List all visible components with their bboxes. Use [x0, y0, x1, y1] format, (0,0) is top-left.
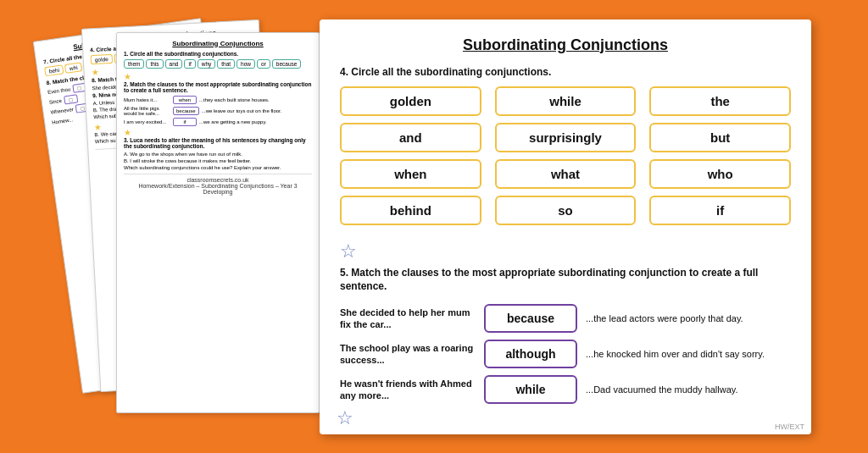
- section4-label: 4. Circle all the subordinating conjunct…: [340, 66, 791, 78]
- card-front-q3b: Which subordinating conjunctions could h…: [124, 165, 312, 170]
- star-icon-front2: ★: [124, 128, 131, 137]
- star-icon-bottom: ☆: [337, 407, 353, 428]
- mini-word: behi: [44, 64, 64, 76]
- word-box-the: the: [649, 86, 791, 116]
- word-box-surprisingly: surprisingly: [495, 123, 637, 152]
- star-icon-section5: ☆: [340, 240, 357, 262]
- matching-rows: She decided to help her mum fix the car.…: [340, 304, 791, 404]
- card-front-q1: 1. Circle all the subordinating conjunct…: [124, 51, 312, 57]
- match-result-1: ...the lead actors were poorly that day.: [586, 312, 791, 324]
- word-box-and: and: [340, 123, 481, 152]
- worksheet-front: Subordinating Conjunctions 1. Circle all…: [116, 32, 320, 413]
- word-box-when: when: [340, 159, 481, 189]
- card-front-title: Subordinating Conjunctions: [124, 40, 312, 47]
- word-box-golden: golden: [340, 86, 481, 116]
- worksheets-stack: Subordinating Conjunctions 7. Circle all…: [57, 19, 328, 434]
- main-worksheet: Subordinating Conjunctions 4. Circle all…: [320, 19, 811, 434]
- mini-word: that: [217, 59, 235, 69]
- mini-word: why: [198, 59, 216, 69]
- match-conj-because: because: [484, 304, 577, 333]
- mini-word: golde: [91, 53, 113, 64]
- match-result-3: ...Dad vacuumed the muddy hallway.: [586, 384, 791, 395]
- match-row-2: The school play was a roaring success...…: [340, 340, 791, 368]
- word-box-who: who: [649, 159, 791, 189]
- card-front-words1: them this and if why that how or because: [124, 59, 312, 69]
- word-box-behind: behind: [340, 196, 481, 225]
- mini-word: whi: [64, 62, 82, 74]
- star-icon-back2b: ★: [94, 122, 103, 131]
- word-box-while: while: [495, 86, 637, 116]
- star-icon-front: ★: [124, 72, 131, 81]
- card-front-sentB: B. I will stroke the cows because it mak…: [124, 158, 312, 163]
- worksheet-subtitle: Homework/Extension – Subordinating Conju…: [124, 183, 312, 195]
- match-conj-although: although: [484, 340, 577, 368]
- mini-word: and: [165, 59, 183, 69]
- match-clause-2: The school play was a roaring success...: [340, 342, 476, 367]
- card-front-q3: 3. Luca needs to alter the meaning of hi…: [124, 137, 312, 149]
- mini-row: Mum hates it... when ...they each built …: [124, 96, 312, 104]
- mini-word: how: [236, 59, 255, 69]
- mini-word: them: [124, 59, 144, 69]
- match-row-3: He wasn't friends with Ahmed any more...…: [340, 375, 791, 404]
- mini-word: because: [272, 59, 302, 69]
- word-box-but: but: [649, 123, 791, 152]
- mini-word: this: [146, 59, 163, 69]
- card-front-footer: classroomsecrets.co.uk Homework/Extensio…: [124, 174, 312, 195]
- word-box-what: what: [495, 159, 637, 189]
- word-box-so: so: [495, 196, 637, 225]
- word-grid: golden while the and surprisingly but wh…: [340, 86, 791, 225]
- mini-word: if: [184, 59, 195, 69]
- star-icon-back2: ★: [91, 67, 99, 76]
- section5-label: 5. Match the clauses to the most appropr…: [340, 266, 791, 295]
- star-row-section5: ☆: [340, 240, 791, 262]
- match-clause-3: He wasn't friends with Ahmed any more...: [340, 378, 476, 402]
- card-front-sentA: A. We go to the shops when we have run o…: [124, 152, 312, 157]
- page-number: HW/EXT: [775, 423, 804, 431]
- match-clause-1: She decided to help her mum fix the car.…: [340, 307, 476, 331]
- mini-row: I am very excited... if ...we are gettin…: [124, 118, 312, 126]
- match-row-1: She decided to help her mum fix the car.…: [340, 304, 791, 333]
- website-url: classroomsecrets.co.uk: [124, 177, 312, 183]
- word-box-if: if: [649, 196, 791, 225]
- mini-row: All the little pigs would be safe... bec…: [124, 106, 312, 116]
- main-title: Subordinating Conjunctions: [340, 36, 791, 54]
- match-result-2: ...he knocked him over and didn't say so…: [586, 348, 791, 360]
- star-bottom: ☆: [337, 407, 353, 429]
- match-conj-while: while: [484, 375, 577, 404]
- mini-word: or: [257, 59, 270, 69]
- card-front-q2: 2. Match the clauses to the most appropr…: [124, 81, 312, 93]
